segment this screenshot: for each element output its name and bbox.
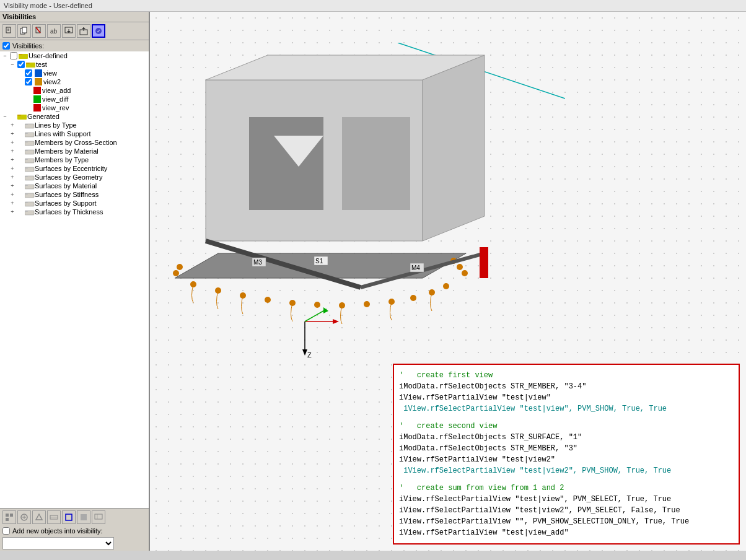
tree-item-surfaces-thickness[interactable]: + Surfaces by Thickness <box>0 208 149 216</box>
svg-rect-23 <box>25 124 28 125</box>
code-line-5: iModData.rfSelectObjects STR_MEMBER, "3" <box>399 443 734 454</box>
visibilities-checkbox[interactable] <box>2 42 10 50</box>
svg-rect-19 <box>26 63 30 64</box>
rename-button[interactable]: ab <box>47 24 61 38</box>
color-view <box>35 69 42 77</box>
tree-item-view[interactable]: + view <box>0 69 149 77</box>
delete-button[interactable] <box>32 24 46 38</box>
code-section-3: ' create sum from view from 1 and 2 iVie… <box>399 483 734 538</box>
code-line-3: iView.rfSelectPartialView "test|view", P… <box>399 403 734 414</box>
code-comment-3: ' create sum from view from 1 and 2 <box>399 483 734 494</box>
checkbox-view2[interactable] <box>25 78 32 85</box>
panel-header: Visibilities <box>0 12 149 22</box>
code-comment-1: ' create first view <box>399 370 734 381</box>
label-generated: Generated <box>27 113 59 120</box>
code-line-8: iView.rfSelectPartialView "test|view", P… <box>399 494 734 505</box>
label-view-add: view_add <box>42 87 71 94</box>
tree-item-members-type[interactable]: + Members by Type <box>0 155 149 164</box>
svg-point-70 <box>314 302 320 308</box>
label-lines-by-type: Lines by Type <box>35 121 77 129</box>
code-line-1: iModData.rfSelectObjects STR_MEMBER, "3-… <box>399 381 734 392</box>
import-button[interactable] <box>62 24 76 38</box>
svg-marker-13 <box>82 27 86 29</box>
tree-item-view-rev[interactable]: + view_rev <box>0 103 149 112</box>
svg-rect-45 <box>10 514 13 517</box>
svg-point-80 <box>177 264 183 270</box>
svg-marker-95 <box>323 307 328 313</box>
code-panel: ' create first view iModData.rfSelectObj… <box>393 364 740 545</box>
bottom-btn-6[interactable] <box>77 510 90 524</box>
folder-icon-user-defined <box>19 52 29 59</box>
tree-item-surfaces-geometry[interactable]: + Surfaces by Geometry <box>0 173 149 182</box>
svg-rect-61 <box>249 117 323 210</box>
tree-item-surfaces-material[interactable]: + Surfaces by Material <box>0 182 149 190</box>
label-members-material: Members by Material <box>35 147 99 155</box>
bottom-btn-7[interactable] <box>92 510 105 524</box>
left-panel: Visibilities ab ✓ <box>0 12 150 551</box>
svg-rect-21 <box>17 115 21 116</box>
svg-text:M3: M3 <box>253 259 262 266</box>
3d-model: M3 M4 Z S1 <box>156 43 565 402</box>
bottom-btn-2[interactable] <box>17 510 31 524</box>
tree-item-members-cross-section[interactable]: + Members by Cross-Section <box>0 138 149 147</box>
tree-item-view-diff[interactable]: + view_diff <box>0 95 149 103</box>
expand-icon-generated[interactable]: − <box>1 113 9 120</box>
tree-area: − User-defined − test + view <box>0 51 149 508</box>
tree-item-view-add[interactable]: + view_add <box>0 86 149 95</box>
tree-item-surfaces-support[interactable]: + Surfaces by Support <box>0 199 149 208</box>
expand-icon[interactable]: − <box>1 52 9 59</box>
code-line-9: iView.rfSelectPartialView "test|view2", … <box>399 505 734 516</box>
label-view-diff: view_diff <box>42 95 69 103</box>
svg-marker-60 <box>423 55 485 241</box>
svg-rect-25 <box>25 133 28 134</box>
checkbox-test[interactable] <box>17 61 25 68</box>
svg-point-81 <box>173 270 179 276</box>
tree-item-user-defined[interactable]: − User-defined <box>0 51 149 60</box>
tree-item-members-material[interactable]: + Members by Material <box>0 147 149 155</box>
svg-rect-29 <box>25 150 28 151</box>
add-new-checkbox[interactable] <box>2 527 10 535</box>
folder-icon-surfaces-support <box>25 199 35 207</box>
add-new-dropdown[interactable] <box>2 537 114 549</box>
svg-point-68 <box>265 297 271 303</box>
label-user-defined: User-defined <box>29 52 68 59</box>
folder-icon-surfaces-ecc <box>25 165 35 172</box>
checkbox-user-defined[interactable] <box>10 52 17 59</box>
tree-item-lines-with-support[interactable]: + Lines with Support <box>0 129 149 138</box>
new-button[interactable] <box>2 24 16 38</box>
code-section-2: ' create second view iModData.rfSelectOb… <box>399 421 734 476</box>
bottom-btn-1[interactable] <box>2 510 16 524</box>
tree-item-view2[interactable]: + view2 <box>0 77 149 86</box>
tree-item-generated[interactable]: − Generated <box>0 112 149 121</box>
tree-item-surfaces-eccentricity[interactable]: + Surfaces by Eccentricity <box>0 164 149 173</box>
svg-marker-93 <box>333 319 339 324</box>
label-surfaces-geometry: Surfaces by Geometry <box>35 173 102 181</box>
svg-rect-53 <box>66 514 72 520</box>
code-line-6: iView.rfSetPartialView "test|view2" <box>399 454 734 465</box>
tree-item-surfaces-stiffness[interactable]: + Surfaces by Stiffness <box>0 190 149 199</box>
tree-item-lines-by-type[interactable]: + Lines by Type <box>0 121 149 129</box>
label-members-cross-section: Members by Cross-Section <box>35 139 117 146</box>
svg-rect-43 <box>25 211 28 212</box>
expand-icon-lines-type[interactable]: + <box>9 121 16 129</box>
tree-item-test[interactable]: − test <box>0 60 149 69</box>
bottom-btn-3[interactable] <box>32 510 46 524</box>
folder-icon-surfaces-stiff <box>25 191 35 198</box>
bottom-btn-5[interactable] <box>62 510 76 524</box>
color-view-add <box>33 87 41 94</box>
svg-rect-4 <box>22 27 27 33</box>
svg-rect-41 <box>25 202 28 203</box>
code-comment-2: ' create second view <box>399 421 734 432</box>
label-members-type: Members by Type <box>35 156 89 164</box>
export-button[interactable] <box>77 24 90 38</box>
label-test: test <box>36 61 47 68</box>
svg-rect-54 <box>81 514 87 520</box>
active-button[interactable]: ✓ <box>92 24 105 38</box>
copy-button[interactable] <box>17 24 31 38</box>
label-surfaces-thickness: Surfaces by Thickness <box>35 208 103 216</box>
expand-icon-test[interactable]: − <box>9 61 16 68</box>
svg-marker-50 <box>36 514 42 520</box>
folder-icon-lines-support <box>25 130 35 138</box>
bottom-btn-4[interactable] <box>47 510 61 524</box>
checkbox-view[interactable] <box>25 69 32 77</box>
